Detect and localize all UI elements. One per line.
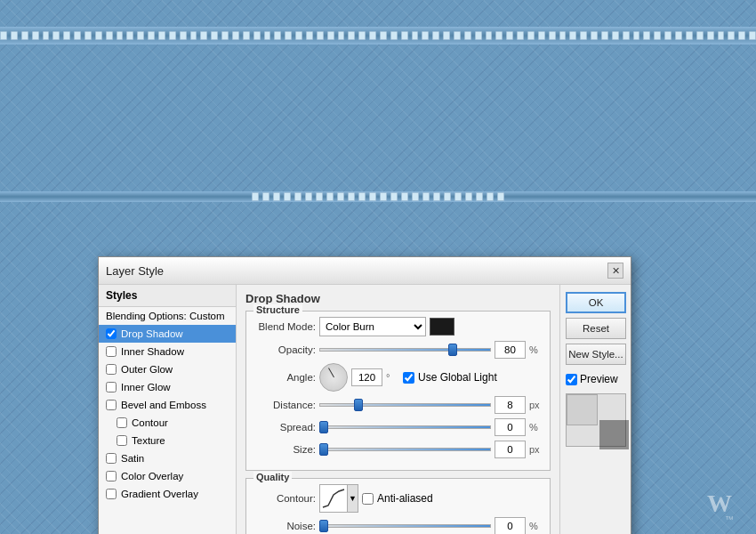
- zipper-tooth: [580, 31, 587, 40]
- inner-shadow-checkbox[interactable]: [106, 346, 117, 357]
- contour-dropdown-arrow[interactable]: ▼: [348, 484, 358, 513]
- noise-unit: %: [529, 521, 543, 531]
- zipper-tooth: [654, 31, 661, 40]
- contour-preview-box[interactable]: [319, 484, 348, 513]
- zipper-tooth: [380, 31, 387, 40]
- style-item-satin[interactable]: Satin: [99, 449, 236, 467]
- style-item-drop-shadow[interactable]: Drop Shadow: [99, 325, 236, 343]
- blend-color-swatch[interactable]: [430, 318, 454, 336]
- drop-shadow-checkbox[interactable]: [106, 328, 117, 339]
- contour-picker[interactable]: ▼: [319, 484, 358, 513]
- zipper-tooth: [348, 192, 355, 201]
- preview-label: Preview: [580, 373, 618, 385]
- zipper-tooth: [211, 31, 218, 40]
- zipper-tooth: [274, 31, 281, 40]
- angle-input[interactable]: [351, 368, 382, 386]
- zipper-tooth: [294, 192, 302, 201]
- angle-label: Angle:: [253, 372, 316, 383]
- size-slider-thumb[interactable]: [319, 443, 328, 456]
- zipper-tooth: [486, 31, 493, 40]
- style-item-bevel-emboss[interactable]: Bevel and Emboss: [99, 396, 236, 414]
- inner-glow-checkbox[interactable]: [106, 382, 117, 392]
- zipper-tooth: [422, 192, 430, 201]
- distance-slider-track[interactable]: [319, 399, 491, 411]
- spread-slider-thumb[interactable]: [319, 421, 328, 433]
- size-slider-track[interactable]: [319, 443, 491, 456]
- zipper-tooth: [11, 31, 18, 40]
- gradient-overlay-checkbox[interactable]: [106, 489, 117, 499]
- spread-slider-track[interactable]: [319, 421, 491, 433]
- opacity-input[interactable]: [495, 341, 526, 359]
- angle-dial[interactable]: [319, 363, 348, 392]
- zipper-tooth: [95, 31, 102, 40]
- gradient-overlay-label: Gradient Overlay: [121, 489, 198, 499]
- blend-mode-select[interactable]: Color Burn Normal Multiply Screen: [319, 317, 426, 336]
- zipper-tooth: [401, 31, 408, 40]
- noise-slider-track[interactable]: [319, 520, 491, 532]
- spread-label: Spread:: [253, 422, 316, 433]
- noise-input[interactable]: [495, 517, 526, 534]
- color-overlay-checkbox[interactable]: [106, 471, 117, 481]
- texture-checkbox[interactable]: [117, 435, 127, 446]
- reset-button[interactable]: Reset: [566, 318, 626, 339]
- zipper-tooth: [52, 31, 60, 40]
- new-style-button[interactable]: New Style...: [566, 344, 626, 365]
- contour-row-label: Contour:: [253, 493, 316, 504]
- zipper-tooth: [517, 31, 524, 40]
- section-title: Drop Shadow: [245, 292, 551, 305]
- inner-glow-label: Inner Glow: [121, 382, 171, 392]
- zipper-tooth: [591, 31, 598, 40]
- zipper-tooth: [32, 31, 39, 40]
- contour-label: Contour: [132, 417, 168, 428]
- zipper-tooth: [686, 31, 693, 40]
- distance-input[interactable]: [495, 396, 526, 414]
- size-input[interactable]: [495, 441, 526, 458]
- zipper-tooth: [253, 31, 261, 40]
- zipper-tooth: [295, 31, 302, 40]
- distance-slider-thumb[interactable]: [354, 399, 363, 411]
- layer-style-dialog: Layer Style ✕ Styles Blending Options: C…: [98, 256, 631, 534]
- zipper-tooth: [74, 31, 81, 40]
- ok-button[interactable]: OK: [566, 292, 626, 313]
- zipper-tooth: [664, 31, 672, 40]
- zipper-tooth: [443, 31, 450, 40]
- zipper-tooth: [612, 31, 619, 40]
- zipper-tooth: [718, 31, 725, 40]
- zipper-tooth: [326, 192, 334, 201]
- style-item-outer-glow[interactable]: Outer Glow: [99, 360, 236, 378]
- style-item-color-overlay[interactable]: Color Overlay: [99, 467, 236, 485]
- style-item-inner-shadow[interactable]: Inner Shadow: [99, 343, 236, 360]
- contour-checkbox[interactable]: [117, 417, 127, 428]
- svg-text:™: ™: [725, 514, 734, 524]
- zipper-tooth: [675, 31, 682, 40]
- svg-text:W: W: [707, 490, 732, 517]
- style-item-texture[interactable]: Texture: [99, 432, 236, 449]
- zipper-tooth: [444, 192, 451, 201]
- distance-unit: px: [529, 400, 543, 410]
- zipper-tooth: [506, 31, 513, 40]
- color-overlay-label: Color Overlay: [121, 471, 183, 481]
- satin-label: Satin: [121, 453, 144, 464]
- zipper-tooth: [190, 31, 197, 40]
- opacity-unit: %: [529, 344, 543, 355]
- opacity-slider-thumb[interactable]: [448, 344, 457, 356]
- style-item-blending[interactable]: Blending Options: Custom: [99, 307, 236, 325]
- spread-input[interactable]: [495, 418, 526, 436]
- blend-mode-label: Blend Mode:: [253, 321, 316, 332]
- close-button[interactable]: ✕: [607, 263, 623, 279]
- noise-slider-thumb[interactable]: [319, 520, 328, 532]
- zipper-tooth: [306, 31, 313, 40]
- zipper-tooth: [106, 31, 113, 40]
- satin-checkbox[interactable]: [106, 453, 117, 464]
- zipper-tooth: [464, 31, 471, 40]
- anti-aliased-checkbox[interactable]: [362, 493, 374, 505]
- use-global-light-checkbox[interactable]: [403, 372, 414, 384]
- zipper-tooth: [232, 31, 239, 40]
- outer-glow-checkbox[interactable]: [106, 364, 117, 375]
- preview-checkbox[interactable]: [566, 374, 577, 385]
- style-item-gradient-overlay[interactable]: Gradient Overlay: [99, 485, 236, 503]
- style-item-contour[interactable]: Contour: [99, 414, 236, 432]
- style-item-inner-glow[interactable]: Inner Glow: [99, 378, 236, 396]
- opacity-slider-track[interactable]: [319, 344, 491, 356]
- bevel-emboss-checkbox[interactable]: [106, 400, 117, 410]
